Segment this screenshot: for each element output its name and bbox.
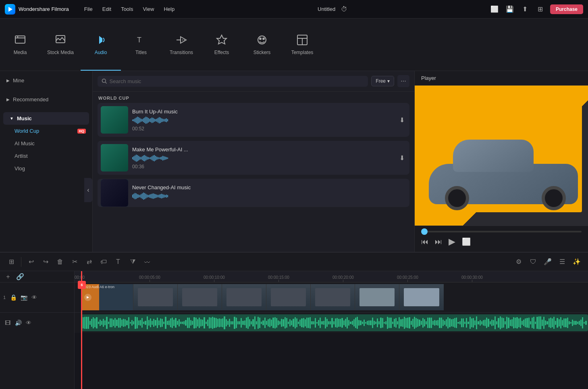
ruler-mark-30: 00:00:30:00 — [461, 275, 483, 282]
audio-track-eye-icon[interactable]: 👁 — [24, 318, 33, 327]
fullscreen-icon[interactable]: ⬜ — [489, 4, 500, 15]
settings-icon[interactable]: ⚙ — [512, 255, 525, 268]
playlist-icon[interactable]: ☰ — [556, 255, 569, 268]
track-lock-icon[interactable]: 🔒 — [9, 293, 18, 302]
track-camera-icon[interactable]: 📷 — [19, 293, 28, 302]
play-button[interactable]: ▶ — [449, 236, 455, 247]
ruler-mark-10: 00:00:10:00 — [204, 275, 225, 282]
track-1-waveform — [132, 116, 394, 124]
toolbar-stickers[interactable]: Stickers — [242, 19, 282, 71]
purchase-button[interactable]: Purchase — [550, 4, 583, 14]
timeline-ruler[interactable]: 00:00 00:00:05:00 00:00:10:00 00:00:15:0… — [75, 271, 588, 282]
add-track-button[interactable]: + — [3, 272, 13, 282]
sidebar-item-vlog[interactable]: Vlog — [0, 162, 92, 175]
music-track-3[interactable]: ♪ Never Changed-AI music — [98, 179, 409, 207]
music-label: Music — [17, 115, 32, 121]
collapse-panel-button[interactable]: ‹ — [84, 178, 92, 202]
toolbar-media[interactable]: Media — [0, 19, 40, 71]
audio-icon — [94, 33, 107, 46]
left-panel-recommended[interactable]: ▶ Recommended — [0, 93, 92, 106]
menu-bar: File Edit Tools View Help — [80, 4, 179, 14]
video-strip: ▶ 2023 Audi A6 e-tron — [81, 284, 588, 310]
toolbar-transitions[interactable]: Transitions — [161, 19, 202, 71]
stickers-icon — [256, 33, 268, 46]
topbar-center: Untitled ⏱ — [187, 4, 481, 15]
svg-point-13 — [102, 79, 106, 83]
cut-button[interactable]: ✂ — [68, 255, 81, 268]
track-1-download-button[interactable]: ⬇ — [398, 115, 406, 125]
more-options-button[interactable]: ··· — [397, 75, 409, 87]
ruler-mark-25: 00:00:25:00 — [397, 275, 418, 282]
titles-icon: T — [135, 33, 148, 46]
ai-music-label: AI Music — [15, 140, 35, 146]
menu-help[interactable]: Help — [160, 4, 179, 14]
menu-tools[interactable]: Tools — [117, 4, 137, 14]
link-track-button[interactable]: 🔗 — [15, 272, 25, 282]
player-controls: ⏮ ⏭ ▶ ⬜ — [415, 226, 588, 252]
playhead-time: 6 — [81, 283, 83, 287]
media-icon — [14, 33, 27, 46]
audio-snap-button[interactable]: ⏖ — [141, 255, 154, 268]
sidebar-item-ai-music[interactable]: AI Music — [0, 137, 92, 150]
menu-edit[interactable]: Edit — [98, 4, 115, 14]
main-area: ▶ Mine ▶ Recommended ▼ Music World Cup H… — [0, 71, 588, 252]
project-status-icon[interactable]: ⏱ — [339, 4, 350, 15]
undo-button[interactable]: ↩ — [25, 255, 37, 268]
left-panel-mine-section: ▶ Mine — [0, 71, 92, 90]
track-1-info: Burn It Up-AI music 00:52 — [132, 109, 394, 132]
timeline-right-controls: ⚙ 🛡 🎤 ☰ ✨ — [512, 255, 583, 268]
toolbar-templates[interactable]: Templates — [282, 19, 322, 71]
export-icon[interactable]: ⬆ — [519, 4, 531, 15]
audio-track-filmstrip-icon[interactable]: 🎞 — [3, 318, 12, 327]
toolbar-effects[interactable]: Effects — [202, 19, 242, 71]
audio-detach-button[interactable]: ⇄ — [83, 255, 96, 268]
toolbar-audio[interactable]: Audio — [81, 19, 121, 71]
toolbar-separator-1 — [21, 257, 21, 267]
ruler-mark-20: 00:00:20:00 — [332, 275, 354, 282]
left-panel-mine[interactable]: ▶ Mine — [0, 74, 92, 87]
free-filter-button[interactable]: Free ▾ — [371, 76, 394, 86]
playhead-head[interactable]: 6 — [78, 281, 86, 289]
toolbar-stickers-label: Stickers — [253, 50, 271, 55]
shield-icon[interactable]: 🛡 — [527, 255, 540, 268]
sidebar-item-world-cup[interactable]: World Cup HQ — [0, 125, 92, 137]
transitions-icon — [175, 33, 188, 46]
music-track-2[interactable]: ♪ Make Me Powerful-AI ... 00:36 ⬇ — [98, 141, 409, 175]
track-2-download-button[interactable]: ⬇ — [398, 153, 406, 163]
stock-media-icon — [54, 33, 67, 46]
tag-button[interactable]: 🏷 — [97, 255, 110, 268]
topbar-right: ⬜ 💾 ⬆ ⊞ Purchase — [489, 4, 583, 15]
redo-button[interactable]: ↪ — [39, 255, 52, 268]
sparkle-icon[interactable]: ✨ — [570, 255, 583, 268]
toolbar-stock-media[interactable]: Stock Media — [40, 19, 81, 71]
equalizer-button[interactable]: ⧩ — [126, 255, 139, 268]
menu-view[interactable]: View — [139, 4, 158, 14]
toolbar-effects-label: Effects — [214, 50, 229, 55]
video-track-label: 2023 Audi A6 e-tron — [83, 285, 114, 289]
text-button[interactable]: T — [112, 255, 125, 268]
music-track-1[interactable]: ♪ Burn It Up-AI music 00:52 ⬇ — [98, 103, 409, 137]
sidebar-item-artlist[interactable]: Artlist — [0, 150, 92, 162]
toolbar-titles[interactable]: T Titles — [121, 19, 161, 71]
save-icon[interactable]: 💾 — [504, 4, 515, 15]
left-panel-music[interactable]: ▼ Music — [3, 112, 89, 125]
seekbar-thumb[interactable] — [421, 228, 428, 235]
search-input[interactable] — [110, 78, 364, 84]
delete-button[interactable]: 🗑 — [54, 255, 66, 268]
menu-file[interactable]: File — [80, 4, 97, 14]
player-preview — [415, 86, 588, 226]
layout-toggle-button[interactable]: ⊞ — [5, 255, 18, 268]
seekbar-track[interactable] — [421, 231, 582, 232]
grid-icon[interactable]: ⊞ — [535, 4, 546, 15]
video-frame-4 — [222, 284, 266, 310]
step-back-button[interactable]: ⏮ — [421, 238, 428, 246]
stop-button[interactable]: ⬜ — [462, 237, 471, 246]
left-panel-music-section: ▼ Music World Cup HQ AI Music Artlist Vl… — [0, 109, 92, 178]
mic-icon[interactable]: 🎤 — [541, 255, 554, 268]
video-frame-6 — [311, 284, 355, 310]
left-panel-recommended-section: ▶ Recommended — [0, 90, 92, 109]
audio-track-volume-icon[interactable]: 🔊 — [14, 318, 23, 327]
track-eye-icon[interactable]: 👁 — [30, 293, 39, 302]
frame-step-button[interactable]: ⏭ — [435, 238, 442, 246]
mine-label: Mine — [13, 77, 24, 84]
